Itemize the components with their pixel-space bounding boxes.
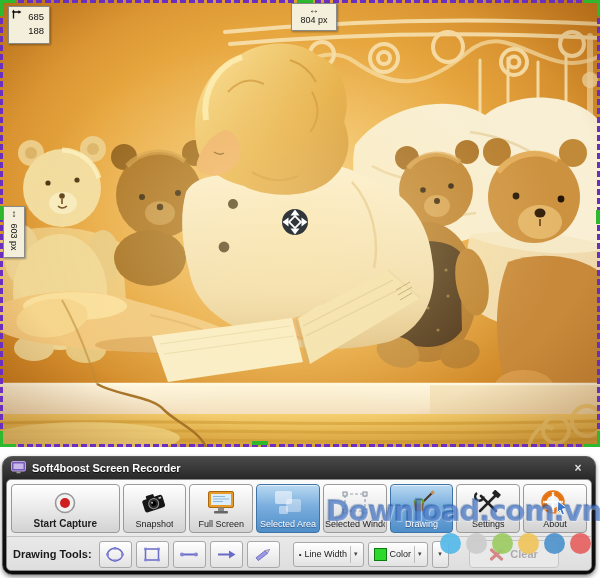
pencil-tool-button[interactable] — [247, 541, 280, 568]
ellipse-tool-button[interactable] — [99, 541, 132, 568]
color-extra-dropdown[interactable]: ▾ — [432, 541, 449, 568]
record-icon — [52, 489, 78, 517]
monitor-icon — [206, 489, 236, 517]
drawing-button[interactable]: Drawing — [390, 484, 454, 533]
drawing-tools-bar: Drawing Tools: — [7, 537, 591, 571]
clear-label: Clear — [510, 548, 538, 560]
about-label: About — [543, 519, 567, 529]
height-value: 603 px — [9, 223, 19, 250]
selected-window-label: Selected Window — [325, 519, 385, 529]
window-title: Soft4boost Screen Recorder — [32, 462, 564, 474]
window-content: Start Capture Snapsho — [6, 479, 592, 571]
chevron-down-icon: ▾ — [438, 550, 442, 558]
palette-icon — [407, 489, 437, 517]
selection-handle-bottom-left[interactable] — [0, 431, 16, 447]
close-icon[interactable]: × — [570, 461, 586, 475]
selection-area-icon — [273, 489, 303, 517]
app-icon — [11, 461, 26, 474]
full-screen-button[interactable]: Full Screen — [189, 484, 253, 533]
clear-x-icon — [489, 548, 504, 561]
chevron-down-icon: ▾ — [350, 546, 361, 563]
line-icon — [178, 546, 200, 563]
selection-x-value: 685 — [28, 11, 44, 23]
corner-arrows-icon — [11, 9, 22, 20]
capture-region: 685 188 ↔ 804 px ↕ 603 px — [0, 0, 600, 447]
tools-icon — [473, 489, 503, 517]
pencil-icon — [252, 546, 274, 563]
selection-height-label: ↕ 603 px — [3, 206, 25, 258]
arrow-icon — [215, 546, 237, 563]
drawing-tools-label: Drawing Tools: — [13, 548, 92, 560]
move-cursor-icon[interactable] — [280, 207, 310, 237]
camera-icon — [139, 489, 169, 517]
line-width-bullet: • — [299, 550, 302, 559]
color-swatch — [374, 548, 387, 561]
selection-handle-right[interactable] — [596, 210, 600, 224]
lifebuoy-icon — [540, 489, 570, 517]
drawing-label: Drawing — [405, 519, 438, 529]
about-button[interactable]: About — [523, 484, 587, 533]
horizontal-arrow-icon: ↔ — [292, 5, 336, 15]
selection-handle-bottom-right[interactable] — [584, 431, 600, 447]
capture-toolbar: Start Capture Snapsho — [7, 480, 591, 537]
snapshot-label: Snapshot — [135, 519, 173, 529]
selected-window-button[interactable]: Selected Window — [323, 484, 387, 533]
selection-coords-tooltip: 685 188 — [8, 6, 50, 44]
line-width-label: Line Width — [304, 549, 347, 559]
recorder-window: Soft4boost Screen Recorder × Start Captu… — [2, 456, 596, 575]
clear-button[interactable]: Clear — [469, 540, 559, 568]
selected-area-label: Selected Area — [260, 519, 316, 529]
settings-button[interactable]: Settings — [456, 484, 520, 533]
line-width-dropdown[interactable]: • Line Width ▾ — [293, 542, 364, 567]
selection-y-value: 188 — [28, 25, 44, 37]
chevron-down-icon: ▾ — [414, 546, 425, 563]
full-screen-label: Full Screen — [198, 519, 244, 529]
arrow-tool-button[interactable] — [210, 541, 243, 568]
line-tool-button[interactable] — [173, 541, 206, 568]
settings-label: Settings — [472, 519, 505, 529]
snapshot-button[interactable]: Snapshot — [123, 484, 187, 533]
rectangle-tool-button[interactable] — [136, 541, 169, 568]
color-dropdown[interactable]: Color ▾ — [368, 542, 428, 567]
color-label: Color — [390, 549, 412, 559]
window-frame-icon — [340, 489, 370, 517]
titlebar[interactable]: Soft4boost Screen Recorder × — [3, 457, 595, 478]
vertical-arrow-icon: ↕ — [12, 209, 17, 219]
selection-handle-bottom[interactable] — [252, 441, 268, 445]
rectangle-icon — [141, 546, 163, 563]
ellipse-icon — [104, 546, 126, 563]
start-capture-label: Start Capture — [34, 518, 97, 529]
width-value: 804 px — [300, 15, 327, 25]
selected-area-button[interactable]: Selected Area — [256, 484, 320, 533]
selection-width-label: ↔ 804 px — [291, 3, 337, 31]
start-capture-button[interactable]: Start Capture — [11, 484, 120, 533]
selection-handle-top-right[interactable] — [584, 0, 600, 16]
